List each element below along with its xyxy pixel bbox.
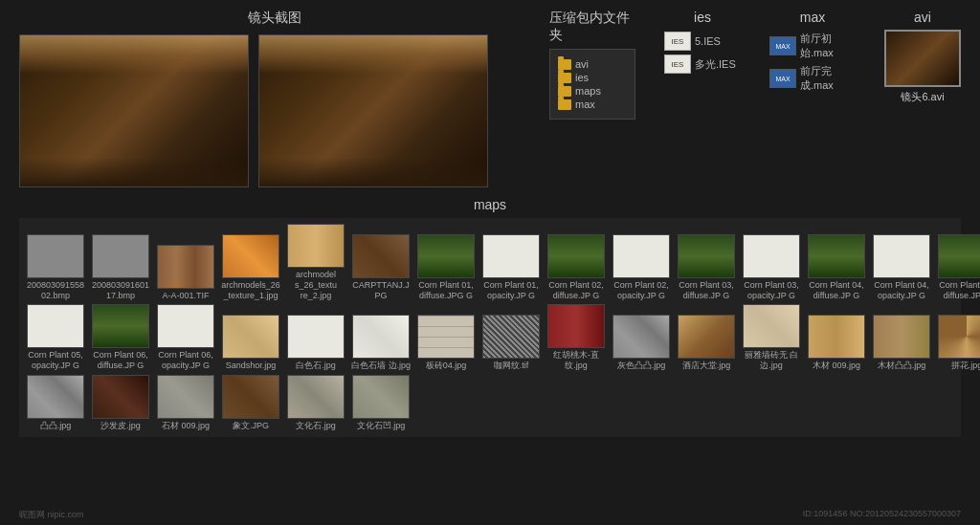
- map-thumb-row2-11: [743, 304, 800, 348]
- maps-grid: 20080309155802.bmp20080309160117.bmpA-A-…: [19, 218, 961, 437]
- map-thumb-row1-7: [482, 234, 540, 278]
- watermark-left: 昵图网 nipic.com: [19, 509, 84, 521]
- watermark-right: ID:1091456 NO:20120524230557000307: [803, 509, 961, 521]
- map-item-row1-13: Corn Plant 04, opacity.JP G: [871, 234, 932, 301]
- folder-icon-ies: [558, 73, 571, 83]
- map-item-row2-0: Corn Plant 05, opacity.JP G: [25, 304, 86, 371]
- map-thumb-row2-1: [92, 304, 149, 348]
- ies-file-2: IES 多光.IES: [664, 53, 741, 76]
- map-item-row1-3: archmodels_26_texture_1.jpg: [220, 234, 281, 301]
- map-thumb-row1-10: [678, 234, 735, 278]
- map-thumb-row2-2: [157, 304, 214, 348]
- avi-file-label: 镜头6.avi: [884, 90, 961, 104]
- map-label-row2-8: 红胡桃木-直纹.jpg: [546, 350, 606, 371]
- folder-item-avi: avi: [558, 57, 627, 71]
- map-thumb-row1-1: [92, 234, 149, 278]
- map-label-row1-14: Corn Plant 05, diffuse.JP G: [937, 280, 980, 301]
- map-thumb-row1-12: [808, 234, 865, 278]
- map-thumb-row1-8: [547, 234, 605, 278]
- max-file-icon-1: MAX: [769, 36, 796, 55]
- map-thumb-row2-0: [27, 304, 84, 348]
- map-thumb-row1-11: [743, 234, 800, 278]
- map-item-row1-2: A-A-001.TIF: [155, 245, 216, 301]
- maps-title: maps: [19, 197, 961, 212]
- map-item-row2-2: Corn Plant 06, opacity.JP G: [155, 304, 216, 371]
- map-item-row2-14: 拼花.jpg: [936, 315, 980, 371]
- max-group: max MAX 前厅初始.max MAX 前厅完成.max: [769, 10, 856, 120]
- map-item-row2-3: Sandshor.jpg: [220, 315, 281, 371]
- maps-row-2: Corn Plant 05, opacity.JP GCorn Plant 06…: [25, 304, 955, 371]
- map-thumb-row3-5: [352, 375, 410, 419]
- avi-title: avi: [884, 10, 961, 25]
- map-label-row1-4: archmodel s_26_textu re_2.jpg: [286, 270, 345, 300]
- map-label-row2-3: Sandshor.jpg: [221, 361, 280, 371]
- folder-icon-maps: [558, 86, 571, 97]
- map-item-row3-4: 文化石.jpg: [285, 375, 346, 431]
- map-label-row1-8: Corn Plant 02, diffuse.JP G: [546, 280, 606, 301]
- map-item-row2-13: 木材凸凸.jpg: [871, 315, 932, 371]
- map-label-row1-6: Corn Plant 01, diffuse.JPG G: [416, 280, 476, 301]
- map-item-row2-1: Corn Plant 06, diffuse.JP G: [90, 304, 151, 371]
- folder-label-maps: maps: [575, 85, 601, 97]
- screenshot-image-2: [259, 35, 487, 186]
- map-thumb-row1-4: [287, 224, 345, 268]
- map-thumb-row1-0: [27, 234, 84, 278]
- map-label-row3-2: 石材 009.jpg: [156, 421, 215, 431]
- map-label-row2-7: 咖网纹.tif: [481, 361, 541, 371]
- ies-file-icon-1: IES: [664, 32, 691, 51]
- map-item-row2-4: 白色石.jpg: [285, 315, 346, 371]
- ies-file-1: IES 5.IES: [664, 30, 741, 53]
- map-item-row1-14: Corn Plant 05, diffuse.JP G: [936, 234, 980, 301]
- map-thumb-row3-2: [157, 375, 214, 419]
- folder-item-ies: ies: [558, 71, 627, 84]
- map-thumb-row1-2: [157, 245, 214, 289]
- screenshot-thumb-1: [19, 34, 249, 187]
- map-label-row1-13: Corn Plant 04, opacity.JP G: [872, 280, 931, 301]
- map-label-row2-13: 木材凸凸.jpg: [872, 361, 931, 371]
- map-label-row3-0: 凸凸.jpg: [26, 421, 85, 431]
- map-item-row1-4: archmodel s_26_textu re_2.jpg: [285, 224, 346, 300]
- map-thumb-row2-13: [873, 315, 930, 359]
- map-item-row3-2: 石材 009.jpg: [155, 375, 216, 431]
- ies-file-icon-2: IES: [664, 55, 691, 74]
- map-thumb-row1-14: [938, 234, 980, 278]
- maps-row-1: 20080309155802.bmp20080309160117.bmpA-A-…: [25, 224, 955, 300]
- map-thumb-row2-3: [222, 315, 279, 359]
- compressed-section: 压缩包内文件夹 avi ies maps: [549, 10, 961, 120]
- map-item-row1-12: Corn Plant 04, diffuse.JP G: [806, 234, 867, 301]
- map-thumb-row3-1: [92, 375, 149, 419]
- max-file-icon-2: MAX: [769, 69, 796, 88]
- maps-row-3: 凸凸.jpg沙发皮.jpg石材 009.jpg象文.JPG文化石.jpg文化石凹…: [25, 375, 955, 431]
- map-label-row2-0: Corn Plant 05, opacity.JP G: [26, 350, 85, 371]
- map-label-row1-0: 20080309155802.bmp: [26, 280, 85, 301]
- map-thumb-row3-3: [222, 375, 279, 419]
- map-label-row3-5: 文化石凹.jpg: [351, 421, 411, 431]
- ies-file-label-1: 5.IES: [695, 35, 721, 47]
- map-item-row2-11: 丽雅墙砖无 白边.jpg: [741, 304, 802, 371]
- folder-item-maps: maps: [558, 84, 627, 98]
- map-item-row1-1: 20080309160117.bmp: [90, 234, 151, 301]
- map-item-row1-7: Corn Plant 01, opacity.JP G: [480, 234, 542, 301]
- screenshots-row: [19, 34, 530, 187]
- max-file-label-1: 前厅初始.max: [800, 32, 856, 60]
- max-title: max: [769, 10, 856, 25]
- screenshots-title: 镜头截图: [19, 10, 530, 27]
- map-label-row1-11: Corn Plant 03, opacity.JP G: [742, 280, 801, 301]
- avi-thumb-image: [886, 32, 959, 85]
- map-thumb-row1-5: [352, 234, 410, 278]
- map-label-row3-4: 文化石.jpg: [286, 421, 345, 431]
- map-item-row1-11: Corn Plant 03, opacity.JP G: [741, 234, 802, 301]
- map-thumb-row3-0: [27, 375, 84, 419]
- map-thumb-row2-9: [612, 315, 670, 359]
- map-label-row3-3: 象文.JPG: [221, 421, 280, 431]
- screenshot-thumb-2: [258, 34, 488, 187]
- folder-label-max: max: [575, 98, 595, 110]
- max-file-2: MAX 前厅完成.max: [769, 62, 856, 95]
- map-thumb-row2-7: [482, 315, 540, 359]
- watermark: 昵图网 nipic.com ID:1091456 NO:201205242305…: [0, 509, 980, 521]
- compressed-title: 压缩包内文件夹: [549, 10, 635, 44]
- map-thumb-row1-13: [873, 234, 930, 278]
- map-thumb-row2-12: [808, 315, 865, 359]
- map-thumb-row1-3: [222, 234, 279, 278]
- map-item-row1-8: Corn Plant 02, diffuse.JP G: [546, 234, 607, 301]
